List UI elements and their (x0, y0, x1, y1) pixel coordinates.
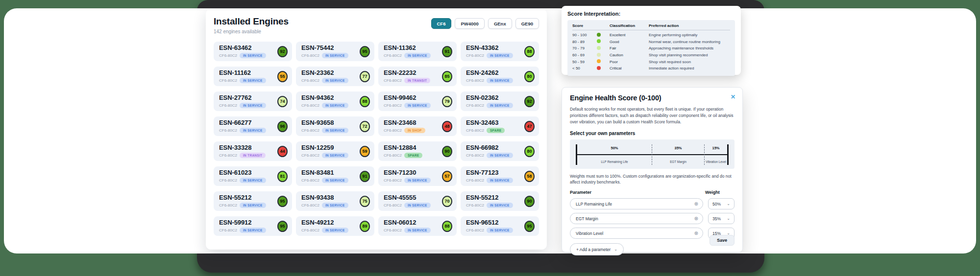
engine-card[interactable]: ESN-94362CF6-80C2IN SERVICE88 (296, 92, 374, 111)
engine-esn: ESN-55212 (219, 194, 266, 201)
engine-card[interactable]: ESN-55212CF6-80C2IN SERVICE95 (214, 191, 292, 211)
health-score-badge: 74 (277, 96, 288, 107)
weight-segment-label: EGT Margin (652, 160, 704, 163)
engine-model: CF6-80C2 (384, 203, 402, 207)
legend-dot-cell (597, 53, 610, 58)
parameter-input[interactable]: Vibration Level⊗ (570, 228, 703, 239)
engine-card[interactable]: ESN-06012CF6-80C2IN SERVICE88 (378, 216, 457, 236)
weight-column-header: Weight (705, 190, 735, 195)
remove-parameter-icon[interactable]: ⊗ (694, 231, 698, 236)
engine-card[interactable]: ESN-23468CF6-80C2IN SHOP48 (378, 116, 457, 136)
score-color-dot (597, 46, 601, 50)
filter-chip-genx[interactable]: GEnx (488, 18, 512, 29)
close-icon[interactable]: ✕ (731, 93, 735, 100)
engine-esn: ESN-43362 (466, 45, 513, 51)
filter-chip-cf6[interactable]: CF6 (431, 18, 452, 29)
engine-meta: CF6-80C2IN SERVICE (301, 178, 348, 183)
legend-col-action: Preferred action (649, 23, 730, 28)
parameter-row: LLP Remaining Life⊗50%⌄ (570, 198, 735, 209)
health-score-badge: 44 (277, 146, 288, 157)
remove-parameter-icon[interactable]: ⊗ (694, 216, 698, 221)
engine-esn: ESN-99462 (384, 94, 431, 101)
engine-card[interactable]: ESN-96512CF6-80C2IN SERVICE95 (461, 216, 539, 236)
engine-card[interactable]: ESN-93658CF6-80C2IN SERVICE72 (296, 116, 374, 136)
weight-select[interactable]: 35%⌄ (708, 213, 735, 224)
engine-card-info: ESN-93658CF6-80C2IN SERVICE (301, 119, 348, 133)
engine-card[interactable]: ESN-71230CF6-80C2IN SERVICE57 (378, 166, 457, 186)
save-button[interactable]: Save (710, 235, 735, 246)
engine-card-info: ESN-33328CF6-80C2IN TRANSIT (219, 144, 266, 158)
engine-card[interactable]: ESN-93438CF6-80C2IN SERVICE75 (296, 191, 374, 211)
health-score-badge: 47 (524, 121, 535, 132)
health-score-badge: 75 (360, 196, 370, 207)
status-badge: IN SERVICE (404, 53, 431, 58)
health-score-badge: 77 (360, 71, 370, 82)
score-legend-row: < 50CriticalImmediate action required (572, 65, 730, 72)
engine-card[interactable]: ESN-63462CF6-80C2IN SERVICE92 (214, 42, 292, 61)
engine-card[interactable]: ESN-59912CF6-80C2IN SERVICE95 (214, 216, 292, 236)
legend-action: Engine performing optimally (649, 33, 730, 37)
engine-card[interactable]: ESN-43362CF6-80C2IN SERVICE88 (461, 42, 539, 61)
engine-card-info: ESN-43362CF6-80C2IN SERVICE (466, 45, 513, 58)
parameter-input[interactable]: LLP Remaining Life⊗ (570, 198, 703, 209)
status-badge: IN SERVICE (404, 103, 431, 108)
engine-meta: CF6-80C2IN SERVICE (466, 103, 513, 108)
legend-action: Approaching maintenance thresholds (649, 46, 730, 50)
parameter-input[interactable]: EGT Margin⊗ (570, 213, 703, 224)
engine-model: CF6-80C2 (219, 178, 237, 183)
engine-card[interactable]: ESN-32463CF6-80C2SPARE47 (461, 116, 539, 136)
engine-card[interactable]: ESN-02362CF6-80C2IN SERVICE92 (461, 92, 539, 111)
weight-select[interactable]: 50%⌄ (708, 198, 735, 209)
legend-classification: Excellent (610, 33, 649, 37)
engine-meta: CF6-80C2IN SERVICE (301, 103, 348, 108)
add-parameter-button[interactable]: + Add a parameter ⌄ (570, 243, 624, 255)
engine-card[interactable]: ESN-75442CF6-80C2IN SERVICE95 (296, 42, 374, 61)
engine-card[interactable]: ESN-49212CF6-80C2IN SERVICE89 (296, 216, 374, 236)
engine-meta: CF6-80C2IN SERVICE (219, 128, 266, 133)
status-badge: IN SERVICE (404, 178, 431, 183)
engine-card-info: ESN-49212CF6-80C2IN SERVICE (301, 219, 348, 233)
engine-card-info: ESN-93438CF6-80C2IN SERVICE (301, 194, 348, 208)
engine-card[interactable]: ESN-22232CF6-80C2IN TRANSIT85 (378, 67, 457, 86)
engine-card[interactable]: ESN-24262CF6-80C2IN SERVICE80 (461, 67, 539, 86)
score-color-dot (597, 33, 601, 37)
engine-model: CF6-80C2 (466, 228, 484, 232)
engine-card-info: ESN-66277CF6-80C2IN SERVICE (219, 119, 266, 133)
engine-card[interactable]: ESN-27762CF6-80C2IN SERVICE74 (214, 92, 292, 111)
engine-esn: ESN-66982 (466, 144, 513, 151)
engine-card[interactable]: ESN-23362CF6-80C2IN SERVICE77 (296, 67, 374, 86)
engine-esn: ESN-59912 (219, 219, 266, 226)
status-badge: SPARE (404, 153, 422, 158)
engine-card[interactable]: ESN-99462CF6-80C2IN SERVICE79 (378, 92, 457, 111)
engine-model: CF6-80C2 (384, 53, 402, 58)
filter-chip-ge90[interactable]: GE90 (515, 18, 539, 29)
engine-model: CF6-80C2 (466, 153, 484, 158)
remove-parameter-icon[interactable]: ⊗ (694, 202, 698, 207)
engine-card[interactable]: ESN-11362CF6-80C2IN SERVICE91 (378, 42, 457, 61)
score-legend-table: Score Classification Preferred action 90… (567, 20, 735, 76)
health-score-badge: 92 (277, 46, 288, 57)
health-score-badge: 80 (524, 71, 535, 82)
health-score-badge: 70 (442, 196, 452, 207)
weight-segment-percent: 50% (577, 146, 652, 150)
engine-card[interactable]: ESN-11162CF6-80C2IN SERVICE55 (214, 67, 292, 86)
status-badge: IN SERVICE (240, 128, 266, 133)
engine-card[interactable]: ESN-77123CF6-80C2IN SERVICE58 (461, 166, 539, 186)
engine-card[interactable]: ESN-12884CF6-80C2SPARE90 (378, 141, 457, 161)
engine-card[interactable]: ESN-61023CF6-80C2IN SERVICE81 (214, 166, 292, 186)
engine-card[interactable]: ESN-45555CF6-80C2IN SERVICE70 (378, 191, 457, 211)
engine-card[interactable]: ESN-55212CF6-80C2IN SERVICE90 (461, 191, 539, 211)
engine-meta: CF6-80C2IN SERVICE (384, 53, 431, 58)
engine-card[interactable]: ESN-83481CF6-80C2IN SERVICE91 (296, 166, 374, 186)
engine-card[interactable]: ESN-66982CF6-80C2IN SERVICE80 (461, 141, 539, 161)
engine-card[interactable]: ESN-33328CF6-80C2IN TRANSIT44 (214, 141, 292, 161)
engine-card[interactable]: ESN-12259CF6-80C2IN SERVICE59 (296, 141, 374, 161)
status-badge: IN SERVICE (487, 203, 513, 208)
health-score-badge: 88 (442, 221, 452, 232)
engine-model: CF6-80C2 (219, 203, 237, 207)
engine-esn: ESN-63462 (219, 45, 266, 51)
filter-chip-pw4000[interactable]: PW4000 (455, 18, 484, 29)
engine-model: CF6-80C2 (219, 128, 237, 133)
engine-card[interactable]: ESN-66277CF6-80C2IN SERVICE96 (214, 116, 292, 136)
engine-card-info: ESN-99462CF6-80C2IN SERVICE (384, 94, 431, 108)
